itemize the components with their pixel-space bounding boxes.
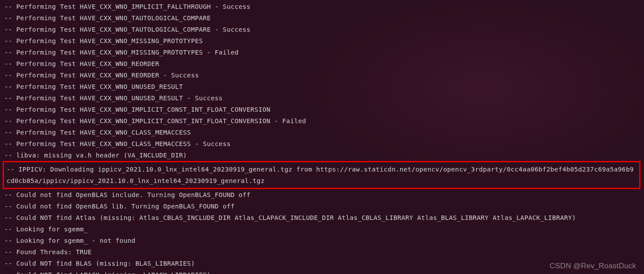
highlighted-annotation: -- IPPICV: Downloading ippicv_2021.10.0_… xyxy=(3,161,640,189)
terminal-line: -- Looking for sgemm_ xyxy=(0,223,644,235)
terminal-line: -- Performing Test HAVE_CXX_WNO_MISSING_… xyxy=(0,47,644,58)
terminal-line: -- Performing Test HAVE_CXX_WNO_IMPLICIT… xyxy=(0,1,644,12)
terminal-line: -- Performing Test HAVE_CXX_WNO_TAUTOLOG… xyxy=(0,12,644,24)
terminal-line: -- Performing Test HAVE_CXX_WNO_IMPLICIT… xyxy=(0,115,644,127)
terminal-line: -- Could not find OpenBLAS include. Turn… xyxy=(0,189,644,201)
terminal-line-highlighted: -- IPPICV: Downloading ippicv_2021.10.0_… xyxy=(5,164,638,186)
terminal-line: -- libva: missing va.h header (VA_INCLUD… xyxy=(0,150,644,161)
watermark-text: CSDN @Rev_RoastDuck xyxy=(549,262,636,270)
terminal-line: -- Could NOT find LAPACK (missing: LAPAC… xyxy=(0,269,644,274)
terminal-line: -- Could not find OpenBLAS lib. Turning … xyxy=(0,201,644,212)
terminal-line: -- Performing Test HAVE_CXX_WNO_UNUSED_R… xyxy=(0,81,644,92)
terminal-line: -- Could NOT find Atlas (missing: Atlas_… xyxy=(0,212,644,223)
terminal-line: -- Performing Test HAVE_CXX_WNO_REORDER xyxy=(0,58,644,69)
terminal-line: -- Found Threads: TRUE xyxy=(0,246,644,258)
terminal-line: -- Performing Test HAVE_CXX_WNO_IMPLICIT… xyxy=(0,104,644,115)
terminal-line: -- Looking for sgemm_ - not found xyxy=(0,235,644,246)
terminal-line: -- Performing Test HAVE_CXX_WNO_MISSING_… xyxy=(0,35,644,47)
terminal-line: -- Performing Test HAVE_CXX_WNO_REORDER … xyxy=(0,69,644,81)
terminal-line: -- Could NOT find BLAS (missing: BLAS_LI… xyxy=(0,258,644,269)
terminal-line: -- Performing Test HAVE_CXX_WNO_UNUSED_R… xyxy=(0,92,644,104)
terminal-line: -- Performing Test HAVE_CXX_WNO_TAUTOLOG… xyxy=(0,24,644,35)
terminal-output[interactable]: -- Performing Test HAVE_CXX_WNO_IMPLICIT… xyxy=(0,1,644,274)
terminal-line: -- Performing Test HAVE_CXX_WNO_CLASS_ME… xyxy=(0,138,644,150)
terminal-line: -- Performing Test HAVE_CXX_WNO_CLASS_ME… xyxy=(0,127,644,138)
